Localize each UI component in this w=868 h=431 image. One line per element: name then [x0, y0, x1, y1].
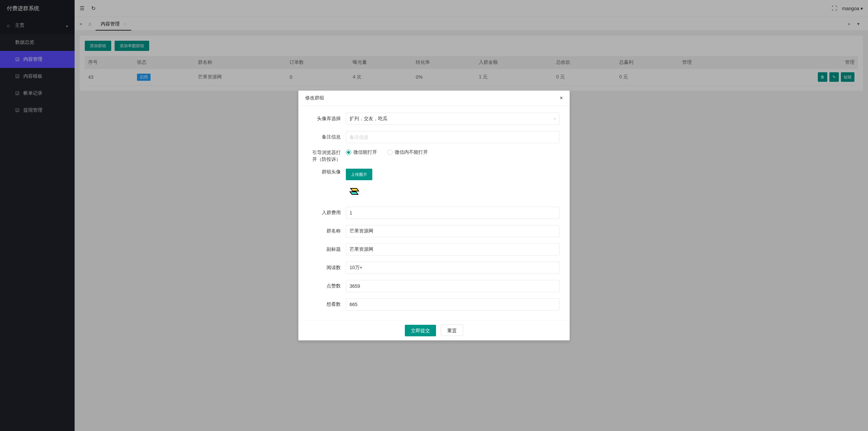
edit-group-modal: 修改群组 × 头像库选择 扩列，交友，吃瓜 ▾ 备注信息: [298, 91, 570, 340]
likes-input[interactable]: [346, 280, 559, 292]
close-icon: ×: [560, 95, 563, 101]
radio-wechat-closed[interactable]: 微信内不能打开: [387, 149, 428, 155]
label-fee: 入群费用: [309, 209, 346, 216]
select-value: 扩列，交友，吃瓜: [350, 116, 388, 122]
logo-icon: [346, 184, 363, 201]
modal-title: 修改群组: [305, 90, 324, 106]
label-browser: 引导浏览器打开（防投诉）: [309, 149, 346, 163]
modal-close-button[interactable]: ×: [560, 90, 563, 106]
avatar-lib-select[interactable]: 扩列，交友，吃瓜 ▾: [346, 113, 559, 125]
modal-overlay: 修改群组 × 头像库选择 扩列，交友，吃瓜 ▾ 备注信息: [0, 0, 868, 431]
label-reads: 阅读数: [309, 264, 346, 271]
avatar-preview: [346, 184, 559, 201]
chevron-down-icon: ▾: [554, 117, 556, 120]
label-avatar-lib: 头像库选择: [309, 115, 346, 122]
label-name: 群名称: [309, 228, 346, 235]
label-wants: 想看数: [309, 301, 346, 308]
radio-dot-icon: [346, 150, 351, 155]
fee-input[interactable]: [346, 207, 559, 219]
wants-input[interactable]: [346, 298, 559, 311]
subtitle-input[interactable]: [346, 243, 559, 256]
remark-input[interactable]: [346, 131, 559, 143]
label-likes: 点赞数: [309, 283, 346, 289]
label-group-avatar: 群组头像: [309, 169, 346, 175]
radio-label: 微信能打开: [353, 149, 377, 155]
radio-dot-icon: [387, 150, 393, 155]
reset-button[interactable]: 重置: [441, 324, 463, 336]
radio-label: 微信内不能打开: [395, 149, 428, 155]
submit-button[interactable]: 立即提交: [405, 325, 436, 336]
name-input[interactable]: [346, 225, 559, 237]
modal-body[interactable]: 头像库选择 扩列，交友，吃瓜 ▾ 备注信息 引导浏览器打开（防投诉）: [298, 106, 570, 320]
label-subtitle: 副标题: [309, 246, 346, 253]
radio-wechat-open[interactable]: 微信能打开: [346, 149, 377, 155]
reads-input[interactable]: [346, 262, 559, 274]
label-remark: 备注信息: [309, 134, 346, 140]
upload-avatar-button[interactable]: 上传图片: [346, 169, 372, 180]
